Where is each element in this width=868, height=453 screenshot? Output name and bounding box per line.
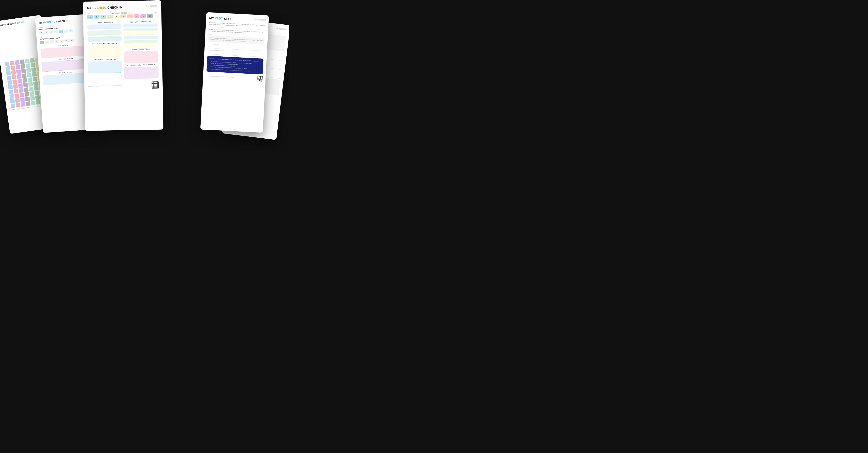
felt-title: TODAY, I MOSTLY FELT...: [124, 48, 158, 50]
past-blue-instructions: r experiences with chronic illness. Addr…: [207, 56, 264, 75]
col-tired-label: TIRED: [27, 107, 30, 109]
worry-text-box[interactable]: [41, 59, 91, 72]
col-angry-label: ANGRY: [17, 108, 20, 110]
morning-title: MY MORNING CHECK IN: [38, 18, 87, 24]
past-title-highlight: PAST: [215, 17, 223, 20]
todo-item-3[interactable]: [124, 32, 158, 35]
evening-title-highlight: EVENING: [92, 6, 106, 9]
card-past-self: MY PAST SELF Date of living with a chron…: [200, 12, 269, 133]
todo-list: [123, 24, 158, 48]
sleep-cell-1: 1: [39, 31, 44, 34]
sleep-cell-4: 4: [54, 30, 58, 33]
past-footer: Get more insights into your chronic illn…: [206, 73, 262, 82]
past-title: MY PAST SELF: [209, 16, 232, 21]
energy-cell-4: 4: [55, 40, 59, 43]
evening-main-grid: 3 THINGS TO LET GO OF 1 THING THAT BROUG…: [87, 21, 159, 81]
col-sad-label: SAD: [12, 109, 15, 110]
sleep-cell-5[interactable]: 5: [59, 30, 63, 33]
todo-title: TO DO LIST FOR TOMORROW: [123, 21, 158, 23]
energy-cell-1[interactable]: 1: [40, 41, 44, 44]
col-strong-label: STRONG: [36, 105, 41, 107]
feeling-title-highlight: TODAY: [17, 21, 24, 24]
sleep-cell-7: 7: [68, 29, 73, 32]
learned-box[interactable]: [88, 61, 122, 74]
stress-cell-4[interactable]: 4: [107, 15, 113, 19]
evening-left-col: 3 THINGS TO LET GO OF 1 THING THAT BROUG…: [87, 22, 122, 81]
challenge-title: 1 CHALLENGE YOU OVERCAME TODAY: [124, 64, 158, 66]
past-bullet-list: Tell your past self any insights you now…: [209, 61, 261, 70]
evening-date-section: Date M T W T F S S: [145, 5, 157, 9]
energy-cell-6: 6: [64, 39, 69, 43]
stress-cell-5[interactable]: 5: [114, 15, 119, 19]
past-date-label: Date: [254, 19, 266, 21]
todo-item-1[interactable]: [123, 24, 158, 27]
todo-item-5[interactable]: [124, 40, 158, 44]
stress-rating-row: 1 2 3 4 5 6 7 8 9 10: [87, 14, 157, 19]
past-qr-code: [257, 76, 262, 81]
energy-cell-5: 5: [59, 39, 64, 43]
col-scared-label: SCARED: [22, 108, 26, 109]
evening-header: MY EVENING CHECK IN Date M T W T F S S: [87, 5, 157, 10]
challenge-box[interactable]: [124, 66, 159, 79]
learned-title: 1 THING YOU LEARNED TODAY: [88, 59, 122, 60]
evening-title: MY EVENING CHECK IN: [87, 6, 123, 10]
let-go-box-3[interactable]: [87, 36, 122, 42]
stress-cell-1[interactable]: 1: [87, 15, 93, 19]
stress-title-text: RATE YOUR STRESS LEVEL: [112, 12, 132, 14]
energy-cell-2: 2: [45, 40, 49, 44]
todo-item-2[interactable]: [124, 28, 158, 31]
qr-code: [152, 81, 159, 89]
stress-cell-8[interactable]: 8: [133, 14, 140, 19]
stress-cell-2[interactable]: 2: [94, 15, 99, 19]
energy-cell-7: 7: [69, 39, 74, 42]
sleep-cell-3: 3: [49, 30, 54, 34]
stress-cell-7[interactable]: 7: [127, 14, 133, 19]
stress-cell-6[interactable]: 6: [120, 15, 126, 19]
joy-title: 1 THING THAT BROUGHT YOU JOY: [88, 43, 122, 45]
let-go-box-2[interactable]: [87, 30, 122, 36]
stress-cell-3[interactable]: 3: [100, 15, 106, 19]
energy-cell-3: 3: [50, 40, 54, 44]
past2-date: Date: [275, 27, 287, 30]
let-go-box-1[interactable]: [87, 24, 121, 30]
stress-low-label: LOW: [87, 13, 90, 14]
stress-section: LOW RATE YOUR STRESS LEVEL HIGH 1 2 3 4 …: [87, 12, 157, 19]
felt-box[interactable]: [124, 51, 158, 63]
evening-right-col: TO DO LIST FOR TOMORROW TODAY, I MOSTLY …: [123, 21, 159, 80]
let-go-title: 3 THINGS TO LET GO OF: [87, 22, 121, 24]
joy-box[interactable]: [88, 45, 122, 58]
evening-date-label: Date: [145, 5, 157, 7]
card-evening-checkin: MY EVENING CHECK IN Date M T W T F S S L…: [83, 0, 163, 131]
col-calm-label: CALM: [32, 106, 35, 108]
main-scene: HOW I'M FEELING TODAY 10 9 8 7 6 5 4 3 2…: [0, 0, 289, 151]
evening-footer: Keep track of your daily mental health c…: [88, 81, 159, 90]
stress-cell-10[interactable]: 10: [147, 14, 153, 18]
evening-footer-text: Keep track of your daily mental health c…: [88, 85, 122, 87]
sleep-cell-2: 2: [44, 31, 49, 34]
morning-title-highlight: MORNING: [43, 20, 56, 24]
todo-item-6[interactable]: [124, 44, 158, 48]
feeling-text-box[interactable]: [40, 46, 90, 59]
sleep-cell-6: 6: [64, 29, 68, 33]
stress-cell-9[interactable]: 9: [140, 14, 146, 18]
todo-item-4[interactable]: [124, 36, 158, 39]
evening-days-row: M T W T F S S: [145, 7, 157, 9]
stress-high-label: HIGH: [154, 12, 157, 13]
